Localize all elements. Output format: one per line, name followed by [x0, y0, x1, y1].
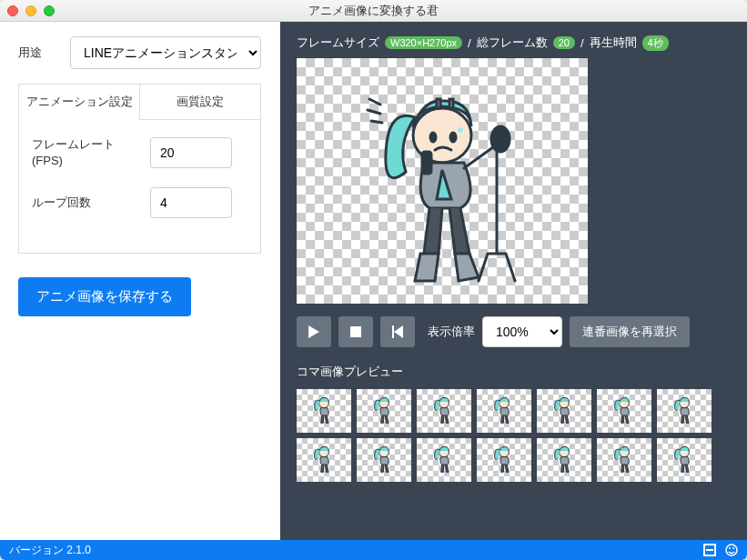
thumbnail[interactable]: [597, 389, 651, 433]
footer: バージョン 2.1.0: [0, 540, 747, 560]
svg-point-2: [450, 133, 456, 142]
thumbnail-grid: [297, 389, 731, 482]
save-button[interactable]: アニメ画像を保存する: [18, 277, 191, 316]
fps-input[interactable]: [150, 137, 232, 168]
thumbnail[interactable]: [537, 438, 591, 482]
loop-input[interactable]: [150, 187, 232, 218]
footer-icons: [703, 544, 738, 556]
svg-rect-5: [422, 152, 431, 174]
settings-tabs: アニメーション設定 画質設定: [18, 84, 261, 120]
body: 用途 LINEアニメーションスタンプ アニメーション設定 画質設定 フレームレー…: [0, 22, 747, 540]
loop-row: ループ回数: [32, 187, 247, 218]
stop-icon: [350, 326, 361, 337]
version-label: バージョン 2.1.0: [9, 543, 91, 558]
zoom-select[interactable]: 100%: [482, 316, 562, 347]
thumbnail[interactable]: [357, 438, 411, 482]
skip-back-icon: [392, 325, 403, 338]
thumbnail[interactable]: [537, 389, 591, 433]
app-window: アニメ画像に変換する君 用途 LINEアニメーションスタンプ アニメーション設定…: [0, 0, 747, 560]
svg-point-26: [732, 547, 734, 549]
thumbnail[interactable]: [297, 438, 351, 482]
reselect-button[interactable]: 連番画像を再選択: [570, 316, 690, 347]
fps-label: フレームレート (FPS): [32, 136, 150, 169]
playtime-badge: 4秒: [642, 35, 669, 51]
smile-icon[interactable]: [725, 544, 738, 556]
fps-row: フレームレート (FPS): [32, 136, 247, 169]
svg-rect-7: [449, 99, 453, 108]
thumbnail[interactable]: [357, 389, 411, 433]
purpose-select[interactable]: LINEアニメーションスタンプ: [70, 36, 261, 69]
thumbnail[interactable]: [657, 438, 712, 482]
svg-rect-6: [437, 99, 440, 108]
totalframes-badge: 20: [553, 36, 575, 49]
zoom-label: 表示倍率: [428, 324, 475, 340]
settings-panel: 用途 LINEアニメーションスタンプ アニメーション設定 画質設定 フレームレー…: [0, 22, 280, 540]
stop-button[interactable]: [338, 316, 373, 347]
logo-icon[interactable]: [703, 544, 716, 556]
play-button[interactable]: [297, 316, 331, 347]
svg-point-3: [458, 127, 463, 133]
framesize-label: フレームサイズ: [297, 35, 379, 51]
playback-controls: 表示倍率 100% 連番画像を再選択: [297, 316, 731, 347]
thumbnail[interactable]: [477, 438, 531, 482]
svg-point-25: [729, 547, 731, 549]
animation-panel: フレームレート (FPS) ループ回数: [18, 120, 261, 254]
playtime-label: 再生時間: [590, 35, 637, 51]
thumbs-label: コマ画像プレビュー: [297, 364, 731, 380]
main-preview: [297, 58, 588, 304]
thumbnail[interactable]: [597, 438, 651, 482]
thumbnail[interactable]: [657, 389, 712, 433]
play-icon: [308, 325, 319, 338]
thumbnail[interactable]: [417, 438, 471, 482]
thumbnail[interactable]: [477, 389, 531, 433]
window-title: アニメ画像に変換する君: [0, 3, 747, 19]
preview-panel: フレームサイズ W320×H270px / 総フレーム数 20 / 再生時間 4…: [280, 22, 747, 540]
loop-label: ループ回数: [32, 195, 150, 211]
svg-rect-8: [350, 326, 361, 337]
prev-button[interactable]: [380, 316, 415, 347]
purpose-label: 用途: [18, 45, 70, 61]
tab-quality[interactable]: 画質設定: [139, 85, 260, 120]
thumbnail[interactable]: [297, 389, 351, 433]
tab-animation[interactable]: アニメーション設定: [19, 85, 139, 120]
purpose-row: 用途 LINEアニメーションスタンプ: [18, 36, 261, 69]
framesize-badge: W320×H270px: [385, 36, 462, 49]
thumbnail[interactable]: [417, 389, 471, 433]
character-icon: [351, 72, 533, 290]
frame-info: フレームサイズ W320×H270px / 総フレーム数 20 / 再生時間 4…: [297, 35, 731, 51]
svg-point-1: [430, 133, 436, 142]
svg-point-4: [491, 126, 510, 152]
titlebar: アニメ画像に変換する君: [0, 0, 747, 22]
totalframes-label: 総フレーム数: [477, 35, 548, 51]
